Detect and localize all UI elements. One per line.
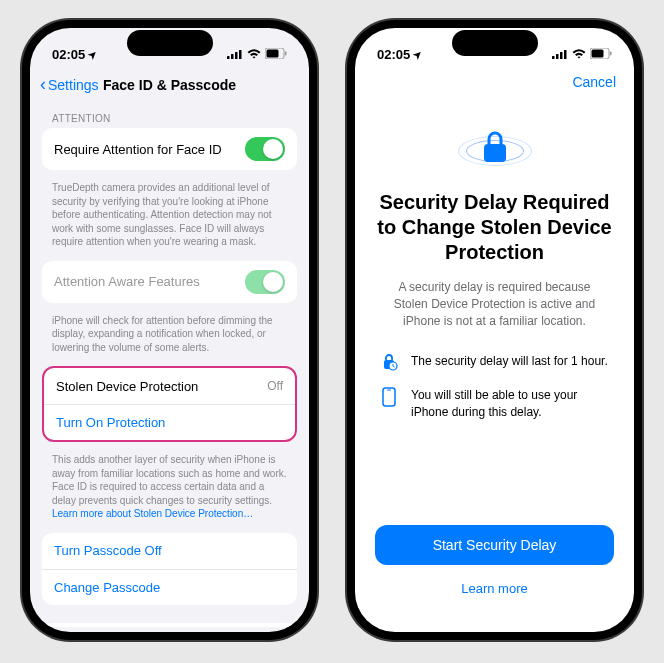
- cell-label: Require Attention for Face ID: [54, 142, 222, 157]
- location-icon: ➤: [411, 47, 424, 60]
- wifi-icon: [247, 47, 261, 62]
- svg-rect-0: [227, 56, 230, 59]
- change-passcode-row[interactable]: Change Passcode: [42, 569, 297, 605]
- chevron-left-icon: ‹: [40, 74, 46, 95]
- start-security-delay-button[interactable]: Start Security Delay: [375, 525, 614, 565]
- svg-rect-2: [235, 52, 238, 59]
- modal-description: A security delay is required because Sto…: [375, 279, 614, 329]
- cell-label: Stolen Device Protection: [56, 379, 198, 394]
- svg-rect-9: [560, 52, 563, 59]
- settings-screen: 02:05 ➤ ‹ Settings Face ID & Passcode: [30, 28, 309, 632]
- cell-label: Attention Aware Features: [54, 274, 200, 289]
- info-text: You will still be able to use your iPhon…: [411, 387, 610, 419]
- signal-icon: [227, 47, 243, 62]
- cancel-button[interactable]: Cancel: [572, 74, 624, 90]
- dynamic-island: [127, 30, 213, 56]
- stolen-device-group: Stolen Device Protection Off Turn On Pro…: [42, 366, 297, 442]
- info-row-delay: The security delay will last for 1 hour.: [375, 353, 614, 371]
- clock-lock-icon: [379, 353, 399, 371]
- modal-title: Security Delay Required to Change Stolen…: [375, 190, 614, 265]
- section-header-attention: ATTENTION: [42, 103, 297, 128]
- svg-rect-10: [564, 50, 567, 59]
- attention-aware-footer: iPhone will check for attention before d…: [42, 309, 297, 367]
- svg-rect-7: [552, 56, 555, 59]
- turn-passcode-off-row[interactable]: Turn Passcode Off: [42, 533, 297, 569]
- svg-rect-8: [556, 54, 559, 59]
- phone-right: 02:05 ➤ Cancel Security D: [347, 20, 642, 640]
- learn-more-link[interactable]: Learn more about Stolen Device Protectio…: [52, 508, 253, 519]
- security-delay-screen: 02:05 ➤ Cancel Security D: [355, 28, 634, 632]
- svg-rect-1: [231, 54, 234, 59]
- signal-icon: [552, 47, 568, 62]
- require-passcode-row[interactable]: Require Passcode Immediately ›: [42, 623, 297, 628]
- lock-hero-icon: [375, 128, 614, 166]
- cell-label: Turn On Protection: [56, 415, 165, 430]
- status-time: 02:05: [377, 47, 410, 62]
- battery-icon: [265, 47, 287, 62]
- page-title: Face ID & Passcode: [103, 77, 236, 93]
- svg-rect-5: [267, 49, 279, 57]
- nav-bar: ‹ Settings Face ID & Passcode: [30, 70, 309, 103]
- attention-aware-toggle[interactable]: [245, 270, 285, 294]
- dynamic-island: [452, 30, 538, 56]
- svg-rect-12: [592, 49, 604, 57]
- nav-bar: Cancel: [355, 70, 634, 98]
- location-icon: ➤: [86, 47, 99, 60]
- phone-icon: [379, 387, 399, 407]
- turn-on-protection-row[interactable]: Turn On Protection: [44, 404, 295, 440]
- info-row-usage: You will still be able to use your iPhon…: [375, 387, 614, 419]
- cell-value: Off: [267, 379, 283, 393]
- require-attention-footer: TrueDepth camera provides an additional …: [42, 176, 297, 261]
- stolen-device-footer: This adds another layer of security when…: [42, 448, 297, 533]
- svg-rect-13: [610, 51, 612, 55]
- svg-rect-18: [387, 390, 391, 391]
- status-time: 02:05: [52, 47, 85, 62]
- cell-label: Turn Passcode Off: [54, 543, 162, 558]
- stolen-device-row[interactable]: Stolen Device Protection Off: [44, 368, 295, 404]
- attention-aware-row[interactable]: Attention Aware Features: [42, 261, 297, 303]
- cell-label: Change Passcode: [54, 580, 160, 595]
- require-attention-row[interactable]: Require Attention for Face ID: [42, 128, 297, 170]
- svg-rect-6: [285, 51, 287, 55]
- svg-rect-3: [239, 50, 242, 59]
- learn-more-link[interactable]: Learn more: [375, 575, 614, 602]
- svg-rect-14: [484, 144, 506, 162]
- info-text: The security delay will last for 1 hour.: [411, 353, 608, 369]
- require-attention-toggle[interactable]: [245, 137, 285, 161]
- back-label: Settings: [48, 77, 99, 93]
- svg-rect-17: [383, 388, 395, 406]
- wifi-icon: [572, 47, 586, 62]
- phone-left: 02:05 ➤ ‹ Settings Face ID & Passcode: [22, 20, 317, 640]
- battery-icon: [590, 47, 612, 62]
- back-button[interactable]: ‹ Settings: [40, 74, 99, 95]
